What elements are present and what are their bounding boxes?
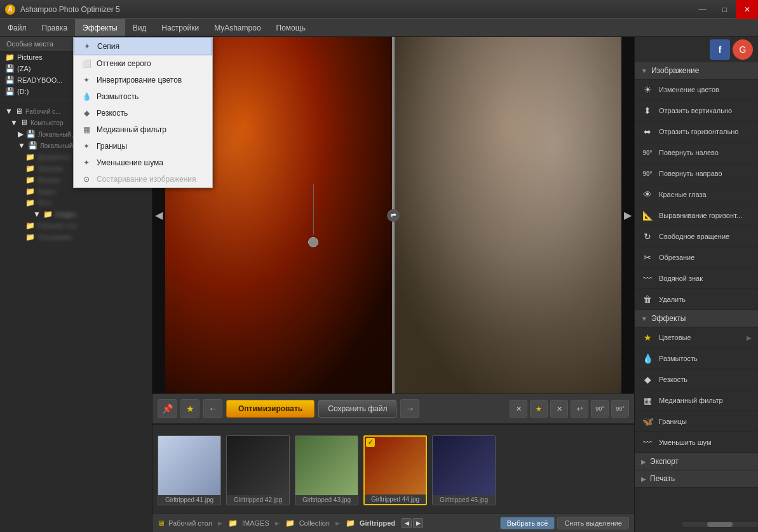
panel-watermark[interactable]: 〰 Водяной знак bbox=[635, 268, 758, 289]
rotate-left-btn[interactable]: 90° bbox=[591, 400, 609, 418]
select-all-button[interactable]: Выбрать всё bbox=[500, 517, 555, 529]
panel-section-print[interactable]: ▶ Печать bbox=[635, 470, 758, 488]
nav-forward-button[interactable]: → bbox=[400, 399, 419, 418]
flip-vertical-label: Отразить вертикально bbox=[659, 107, 752, 114]
drive-c-icon: ▶ bbox=[18, 130, 24, 139]
red-eye-label: Красные глаза bbox=[659, 191, 752, 198]
panel-section-image[interactable]: ▼ Изображение bbox=[635, 62, 758, 79]
menu-myashampoo[interactable]: MyAshampoo bbox=[206, 19, 268, 36]
social-icons: f G bbox=[635, 37, 758, 62]
breadcrumb-back[interactable]: ◀ bbox=[402, 518, 412, 528]
close-button[interactable]: ✕ bbox=[736, 0, 758, 19]
breadcrumb-collection[interactable]: Collection bbox=[299, 519, 330, 527]
effects-sepia[interactable]: ✦ Сепия bbox=[74, 38, 212, 55]
panel-denoise-effect[interactable]: 〰 Уменьшить шум bbox=[635, 432, 758, 453]
thumb-44[interactable]: ✓ Girltripped 44.jpg bbox=[363, 435, 427, 505]
panel-blur-effect[interactable]: 💧 Размытость bbox=[635, 348, 758, 369]
menu-file[interactable]: Файл bbox=[0, 19, 34, 36]
border-label: Границы bbox=[97, 142, 127, 151]
zoom-handle[interactable] bbox=[308, 237, 318, 247]
menu-view[interactable]: Вид bbox=[125, 19, 154, 36]
breadcrumb-collection-icon: 📁 bbox=[285, 519, 295, 528]
facebook-icon[interactable]: f bbox=[710, 39, 730, 60]
folder-icon: 📁 bbox=[5, 53, 15, 62]
nav-back-button[interactable]: ← bbox=[203, 399, 222, 418]
menu-help[interactable]: Помощь bbox=[269, 19, 313, 36]
folder-6-icon: 📁 bbox=[25, 221, 35, 230]
folder-1-icon: 📁 bbox=[25, 153, 35, 161]
panel-align-horizontal[interactable]: 📐 Выравнивание горизонт... bbox=[635, 205, 758, 226]
effects-border[interactable]: ✦ Границы bbox=[74, 138, 212, 154]
effects-blur[interactable]: 💧 Размытость bbox=[74, 88, 212, 105]
tree-folder-7[interactable]: 📁 Программы bbox=[0, 231, 152, 243]
panel-delete[interactable]: 🗑 Удалить bbox=[635, 289, 758, 310]
breadcrumb-girltripped[interactable]: Girltripped bbox=[360, 519, 395, 527]
thumb-43[interactable]: Girltripped 43.jpg bbox=[295, 435, 358, 505]
effects-invert[interactable]: ✦ Инвертирование цветов bbox=[74, 72, 212, 88]
tree-folder-6[interactable]: 📁 Рабочий стол bbox=[0, 220, 152, 231]
google-icon[interactable]: G bbox=[733, 39, 753, 60]
optimize-button[interactable]: Оптимизировать bbox=[226, 400, 315, 418]
panel-flip-vertical[interactable]: ⬍ Отразить вертикально bbox=[635, 100, 758, 121]
star-button[interactable]: ★ bbox=[180, 399, 200, 418]
split-arrow: ⇄ bbox=[387, 209, 400, 222]
deselect-button[interactable]: Снять выделение bbox=[557, 517, 629, 529]
breadcrumb-forward[interactable]: ▶ bbox=[413, 518, 423, 528]
menu-effects[interactable]: Эффекты bbox=[75, 19, 125, 36]
maximize-button[interactable]: □ bbox=[714, 0, 736, 19]
panel-median-effect[interactable]: ▦ Медианный фильтр bbox=[635, 390, 758, 411]
panel-color-change[interactable]: ☀ Изменение цветов bbox=[635, 79, 758, 100]
thumb-45[interactable]: Girltripped 45.jpg bbox=[432, 435, 496, 505]
panel-color-effects[interactable]: ★ Цветовые ▶ bbox=[635, 327, 758, 348]
zoom-control bbox=[308, 184, 318, 247]
rotate-right-btn[interactable]: 90° bbox=[611, 400, 629, 418]
remove-button[interactable]: ✕ bbox=[550, 400, 568, 418]
split-divider[interactable]: ⇄ bbox=[392, 37, 395, 393]
pc-icon: 🖥 bbox=[20, 118, 28, 127]
panel-red-eye[interactable]: 👁 Красные глаза bbox=[635, 184, 758, 205]
effects-grayscale[interactable]: ⬜ Оттенки серого bbox=[74, 55, 212, 72]
sharpen-label: Резкость bbox=[97, 109, 128, 118]
delete-button[interactable]: ✕ bbox=[510, 400, 527, 418]
effects-sharpen[interactable]: ◆ Резкость bbox=[74, 105, 212, 121]
panel-border-effect[interactable]: 🦋 Границы bbox=[635, 411, 758, 432]
thumb-44-label: Girltripped 44.jpg bbox=[365, 494, 426, 504]
nav-next-button[interactable]: ▶ bbox=[621, 37, 634, 393]
red-eye-icon: 👁 bbox=[641, 188, 654, 201]
sidebar-readyboo-label: READYBOO... bbox=[17, 76, 63, 84]
tree-subfolder-1[interactable]: ▼ 📁 Images bbox=[0, 208, 152, 220]
selected-check: ✓ bbox=[366, 438, 375, 447]
panel-rotate-left[interactable]: 90° Повернуть налево bbox=[635, 142, 758, 163]
title-bar: A Ashampoo Photo Optimizer 5 — □ ✕ bbox=[0, 0, 758, 19]
star-mark-button[interactable]: ★ bbox=[530, 400, 548, 418]
save-button[interactable]: Сохранить файл bbox=[318, 400, 396, 418]
pin-button[interactable]: 📌 bbox=[158, 399, 177, 418]
effects-aging[interactable]: ⊙ Состаривание изображения bbox=[74, 171, 212, 188]
panel-section-export[interactable]: ▶ Экспорт bbox=[635, 453, 758, 470]
subfolder-1-icon: 📁 bbox=[43, 210, 53, 219]
panel-crop[interactable]: ✂ Обрезание bbox=[635, 247, 758, 268]
panel-flip-horizontal[interactable]: ⬌ Отразить горизонтально bbox=[635, 121, 758, 142]
panel-sharpen-effect[interactable]: ◆ Резкость bbox=[635, 369, 758, 390]
effects-median[interactable]: ▦ Медианный фильтр bbox=[74, 121, 212, 138]
folder-6-label: Рабочий стол bbox=[37, 222, 78, 229]
menu-edit[interactable]: Правка bbox=[34, 19, 76, 36]
rotate-right-icon: 90° bbox=[641, 167, 654, 180]
breadcrumb-images[interactable]: IMAGES bbox=[242, 519, 269, 527]
tree-folder-5[interactable]: 📁 Фото bbox=[0, 197, 152, 208]
breadcrumb-sep-2: ► bbox=[274, 519, 281, 527]
panel-rotate-right[interactable]: 90° Повернуть направо bbox=[635, 163, 758, 184]
thumb-41[interactable]: Girltripped 41.jpg bbox=[158, 435, 221, 505]
breadcrumb-images-icon: 📁 bbox=[228, 519, 238, 528]
undo-button[interactable]: ↩ bbox=[571, 400, 588, 418]
panel-section-effects[interactable]: ▼ Эффекты bbox=[635, 310, 758, 327]
folder-2-label: Загрузки bbox=[37, 165, 63, 172]
menu-settings[interactable]: Настройки bbox=[154, 19, 206, 36]
thumb-42[interactable]: Girltripped 42.jpg bbox=[226, 435, 290, 505]
minimize-button[interactable]: — bbox=[691, 0, 714, 19]
breadcrumb-desktop[interactable]: Рабочий стол bbox=[168, 519, 212, 527]
effects-denoise[interactable]: ✦ Уменьшение шума bbox=[74, 154, 212, 171]
export-arrow: ▶ bbox=[641, 458, 646, 465]
color-effects-arrow: ▶ bbox=[747, 334, 752, 341]
panel-free-rotate[interactable]: ↻ Свободное вращение bbox=[635, 226, 758, 247]
